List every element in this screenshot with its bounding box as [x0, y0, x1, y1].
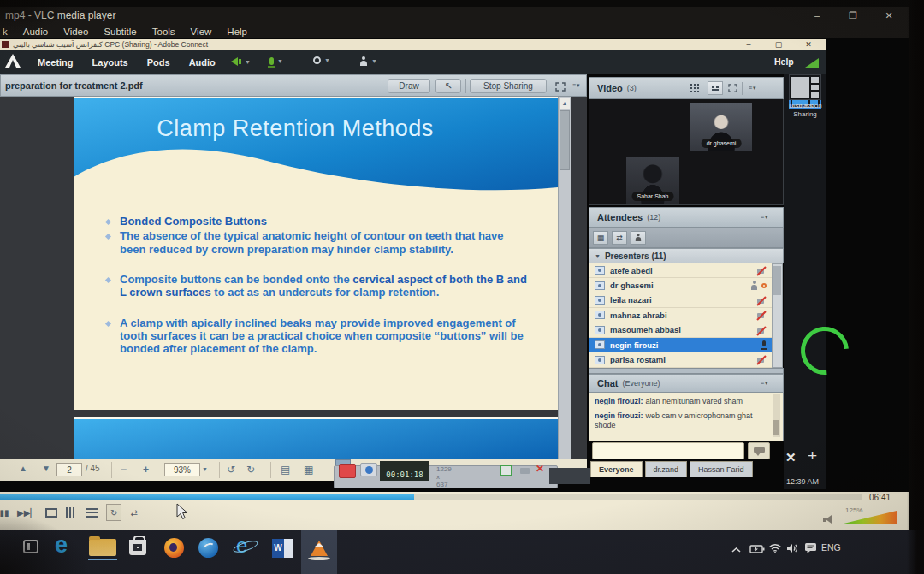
wifi-icon[interactable]: [768, 541, 782, 557]
share-fullscreen-icon[interactable]: [555, 80, 566, 95]
attendee-row[interactable]: dr ghasemi: [589, 278, 772, 293]
vlc-close-button[interactable]: ✕: [880, 9, 898, 22]
presenters-group-header[interactable]: ▼ Presenters (11): [589, 248, 784, 263]
attendee-status-view-icon[interactable]: [631, 231, 646, 245]
undo-icon[interactable]: ↺: [227, 464, 235, 476]
fullscreen-toggle-icon[interactable]: [45, 504, 57, 521]
language-indicator[interactable]: ENG: [821, 542, 841, 553]
microphone-status-icon[interactable]: ▼: [270, 57, 283, 65]
ac-close-button[interactable]: ✕: [801, 39, 816, 50]
tray-chevron-up-icon[interactable]: [732, 541, 741, 557]
volume-control[interactable]: 125%: [823, 511, 897, 524]
raise-hand-status-icon[interactable]: ▼: [359, 56, 377, 66]
page-number-input[interactable]: 2: [56, 463, 82, 476]
attendees-scrollbar[interactable]: [772, 263, 783, 368]
record-region-button[interactable]: [500, 465, 512, 476]
word-icon[interactable]: W: [272, 539, 293, 558]
scroll-up-button[interactable]: ▲: [560, 98, 570, 109]
vlc-menu-item[interactable]: Help: [227, 27, 247, 37]
battery-icon[interactable]: [749, 541, 765, 557]
next-media-icon[interactable]: ▶▶▏: [17, 504, 37, 521]
zoom-level-select[interactable]: 93%: [164, 463, 200, 476]
record-stop-button[interactable]: [339, 464, 356, 478]
document-view-icon[interactable]: ▤: [281, 464, 290, 476]
ac-menu-item[interactable]: Audio: [189, 57, 216, 68]
webcam-tile[interactable]: Sahar Shah: [626, 157, 679, 204]
ac-maximize-button[interactable]: ▢: [771, 39, 786, 50]
add-layout-icon[interactable]: +: [808, 447, 817, 465]
shuffle-icon[interactable]: ⇄: [130, 504, 137, 521]
attendee-row[interactable]: parisa rostami: [589, 352, 772, 367]
play-button-fragment[interactable]: ▮▮: [0, 504, 9, 521]
ac-minimize-button[interactable]: –: [741, 39, 756, 50]
filmstrip-view-icon[interactable]: [708, 81, 723, 95]
chat-pod-menu-icon[interactable]: ≡▾: [761, 380, 769, 387]
vlc-menu-item[interactable]: Tools: [152, 27, 175, 37]
attendee-list-view-icon[interactable]: ▦: [593, 231, 608, 245]
notification-message-icon[interactable]: [804, 541, 817, 557]
video-pod-menu-icon[interactable]: ≡▾: [749, 85, 757, 92]
webcam-tile[interactable]: dr ghasemi: [690, 103, 752, 151]
attendee-row[interactable]: leila nazari: [589, 293, 772, 308]
attendee-row[interactable]: atefe abedi: [589, 263, 772, 278]
vlc-taskbar-button[interactable]: [301, 530, 337, 574]
pointer-tool-button[interactable]: ↖: [435, 79, 461, 93]
vlc-menu-item[interactable]: View: [191, 27, 212, 37]
file-explorer-icon[interactable]: [89, 539, 116, 556]
draw-button[interactable]: Draw: [388, 79, 430, 93]
extended-settings-icon[interactable]: [66, 504, 78, 521]
attendee-row[interactable]: mahnaz ahrabi: [589, 308, 772, 323]
layout-button[interactable]: Collabo..: [789, 74, 821, 109]
breakout-view-icon[interactable]: ⇄: [612, 231, 627, 245]
ac-help-menu[interactable]: Help: [774, 56, 794, 67]
page-down-button[interactable]: ▼: [42, 464, 50, 473]
connection-strength-icon[interactable]: [805, 58, 819, 68]
chat-tab[interactable]: Hassan Farid: [690, 461, 753, 477]
vlc-menu-item[interactable]: Audio: [23, 27, 48, 37]
loop-icon[interactable]: ↻: [106, 504, 121, 521]
vlc-seek-bar[interactable]: [0, 494, 862, 500]
grid-view-icon[interactable]: [690, 84, 700, 93]
task-view-icon[interactable]: [23, 540, 38, 553]
record-snapshot-button[interactable]: [360, 463, 377, 476]
scrollbar-thumb[interactable]: [560, 110, 570, 170]
speaker-status-icon[interactable]: ▼: [231, 57, 251, 66]
share-pod-menu-icon[interactable]: ≡▾: [572, 82, 581, 89]
redo-icon[interactable]: ↻: [246, 464, 255, 476]
thumbnails-view-icon[interactable]: ▦: [304, 464, 313, 476]
chat-input-field[interactable]: [592, 442, 744, 459]
recorder-close-button[interactable]: ✕: [536, 463, 544, 475]
chat-tab[interactable]: Everyone: [590, 461, 643, 477]
attendees-pod-menu-icon[interactable]: ≡▾: [761, 214, 769, 221]
ac-menu-item[interactable]: Layouts: [92, 57, 128, 68]
vlc-menu-item[interactable]: Subtitle: [104, 27, 136, 37]
vlc-menu-item[interactable]: k: [3, 27, 8, 37]
vlc-menu-item[interactable]: Video: [63, 27, 88, 37]
zoom-in-button[interactable]: +: [143, 464, 149, 476]
zoom-out-button[interactable]: −: [121, 464, 127, 476]
vlc-maximize-button[interactable]: ❐: [844, 9, 862, 22]
edge-icon[interactable]: e: [55, 532, 68, 559]
vlc-minimize-button[interactable]: –: [808, 9, 826, 22]
document-scrollbar[interactable]: ▲: [558, 97, 571, 459]
playlist-icon[interactable]: [86, 504, 98, 521]
ac-menu-item[interactable]: Meeting: [38, 57, 74, 68]
page-up-button[interactable]: ▲: [19, 464, 27, 473]
chat-tab[interactable]: dr.zand: [645, 461, 688, 477]
attendee-row[interactable]: negin firouzi: [589, 338, 772, 352]
ac-menu-item[interactable]: Pods: [147, 57, 170, 68]
tray-speaker-icon[interactable]: [786, 541, 799, 557]
chat-scrollbar[interactable]: [773, 394, 780, 437]
recorder-minimize-button[interactable]: [520, 468, 530, 474]
zoom-caret-icon[interactable]: ▼: [202, 466, 208, 472]
attendee-row[interactable]: masoumeh abbasi: [589, 323, 772, 338]
close-layout-icon[interactable]: ✕: [785, 450, 797, 465]
stop-sharing-button[interactable]: Stop Sharing: [470, 79, 547, 93]
shared-document-area[interactable]: Clamp Retention Methods Bonded Composite…: [0, 97, 587, 459]
chat-send-button[interactable]: [748, 442, 770, 459]
firefox-icon[interactable]: [164, 538, 184, 558]
microsoft-store-icon[interactable]: [129, 540, 146, 555]
video-pod-fullscreen-icon[interactable]: [728, 80, 737, 96]
webcam-status-icon[interactable]: ▼: [313, 56, 330, 64]
blue-circle-app-icon[interactable]: [198, 538, 218, 558]
